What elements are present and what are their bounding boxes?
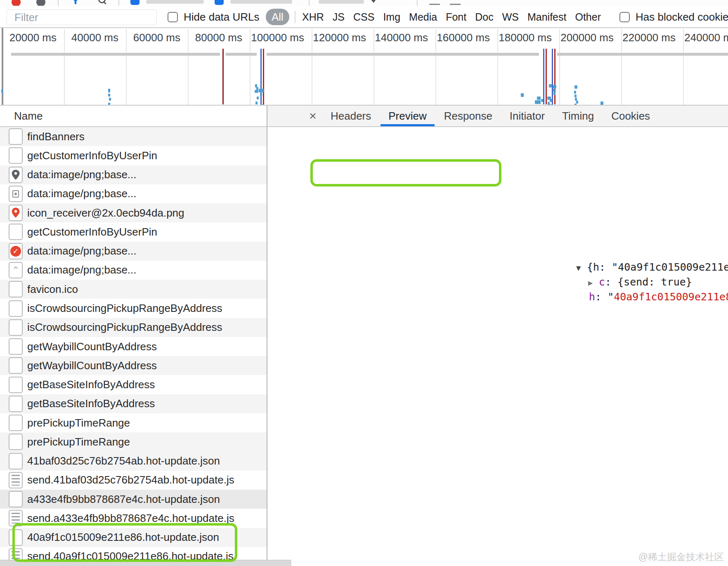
- table-row[interactable]: isCrowdsourcingPickupRangeByAddress: [0, 318, 267, 337]
- timeline-event-line: [552, 49, 553, 104]
- filter-type-manifest[interactable]: Manifest: [527, 11, 566, 23]
- request-mark: [537, 97, 541, 100]
- preview-node-c[interactable]: ▶c: {send: true}: [588, 275, 692, 290]
- request-name: getWaybillCountByAddress: [27, 340, 157, 353]
- request-mark: [109, 98, 111, 101]
- table-row[interactable]: favicon.ico: [0, 280, 267, 299]
- table-row[interactable]: data:image/png;base...: [0, 184, 267, 203]
- search-icon[interactable]: [103, 1, 106, 4]
- request-mark: [553, 85, 556, 88]
- request-name: icon_receiver@2x.0ecb94da.png: [27, 207, 184, 219]
- timeline-event-line: [543, 49, 544, 104]
- tab-initiator[interactable]: Initiator: [501, 106, 553, 126]
- table-row[interactable]: prePickupTimeRange: [0, 432, 267, 451]
- ruler-tick-label: 160000 ms: [435, 31, 490, 44]
- filter-type-js[interactable]: JS: [333, 11, 345, 23]
- tab-response[interactable]: Response: [435, 106, 501, 126]
- table-row[interactable]: findBanners: [0, 127, 267, 146]
- tab-preview[interactable]: Preview: [380, 106, 435, 126]
- table-row[interactable]: a433e4fb9bb878687e4c.hot-update.json: [0, 490, 267, 509]
- table-row[interactable]: send.a433e4fb9bb878687e4c.hot-update.js: [0, 509, 267, 528]
- ruler-tick-label: 140000 ms: [373, 31, 428, 44]
- doc-icon: [9, 434, 23, 450]
- table-row[interactable]: isCrowdsourcingPickupRangeByAddress: [0, 299, 267, 318]
- filter-type-img[interactable]: Img: [383, 11, 400, 23]
- table-row[interactable]: ✓data:image/png;base...: [0, 242, 267, 261]
- timeline-band-segment: [557, 53, 728, 56]
- table-row[interactable]: getBaseSiteInfoByAddress: [0, 394, 267, 413]
- export-har-icon[interactable]: [450, 0, 461, 5]
- network-overview-timeline[interactable]: 20000 ms40000 ms60000 ms80000 ms100000 m…: [0, 28, 728, 106]
- has-blocked-cookies-checkbox[interactable]: [619, 12, 630, 22]
- filter-type-xhr[interactable]: XHR: [302, 11, 324, 23]
- table-row[interactable]: icon_receiver@2x.0ecb94da.png: [0, 203, 267, 222]
- property-key: c: [599, 276, 605, 288]
- name-column-header[interactable]: Name: [0, 106, 267, 127]
- request-name: send.a433e4fb9bb878687e4c.hot-update.js: [27, 512, 234, 525]
- collapse-triangle-icon[interactable]: ▼: [576, 260, 587, 275]
- table-row[interactable]: prePickupTimeRange: [0, 413, 267, 432]
- filter-type-media[interactable]: Media: [409, 11, 437, 23]
- horizontal-scrollbar[interactable]: [0, 560, 291, 566]
- table-row[interactable]: data:image/png;base...: [0, 165, 267, 184]
- doc-icon: [9, 281, 23, 297]
- property-key: h: [589, 291, 595, 303]
- import-har-icon[interactable]: [429, 0, 440, 5]
- request-mark: [108, 94, 110, 97]
- image-pin-red-icon: [9, 205, 23, 221]
- property-colon: : ": [595, 291, 614, 303]
- doc-icon: [9, 415, 23, 431]
- table-row[interactable]: getWaybillCountByAddress: [0, 337, 267, 356]
- filter-type-font[interactable]: Font: [446, 11, 466, 23]
- table-row[interactable]: getBaseSiteInfoByAddress: [0, 375, 267, 394]
- filter-type-doc[interactable]: Doc: [475, 11, 493, 23]
- preview-root-node[interactable]: ▼{h: "40a9f1c015009e211e86", c: {send: t…: [576, 260, 728, 275]
- close-icon[interactable]: ×: [304, 106, 322, 126]
- request-mark: [108, 103, 110, 106]
- tab-headers[interactable]: Headers: [322, 106, 380, 126]
- toolbar-text: [230, 0, 292, 4]
- filter-icon[interactable]: [71, 0, 80, 4]
- table-row[interactable]: 40a9f1c015009e211e86.hot-update.json: [0, 528, 267, 547]
- request-name: send.41baf03d25c76b2754ab.hot-update.js: [27, 474, 234, 486]
- disable-cache-checkbox[interactable]: [215, 0, 224, 5]
- table-row[interactable]: ⌃data:image/png;base...: [0, 261, 267, 280]
- chevron-down-icon[interactable]: [371, 0, 376, 3]
- table-row[interactable]: send.41baf03d25c76b2754ab.hot-update.js: [0, 471, 267, 490]
- hide-data-urls-option[interactable]: Hide data URLs: [168, 6, 260, 28]
- preview-pane: ▼{h: "40a9f1c015009e211e86", c: {send: t…: [267, 127, 728, 566]
- request-name: 40a9f1c015009e211e86.hot-update.json: [27, 531, 219, 544]
- filter-type-ws[interactable]: WS: [502, 11, 519, 23]
- table-row[interactable]: 41baf03d25c76b2754ab.hot-update.json: [0, 452, 267, 471]
- filter-type-css[interactable]: CSS: [353, 11, 374, 23]
- request-mark: [574, 91, 576, 94]
- filter-type-other[interactable]: Other: [575, 11, 601, 23]
- request-mark: [521, 93, 524, 97]
- filter-input[interactable]: [7, 9, 157, 25]
- table-row[interactable]: getWaybillCountByAddress: [0, 356, 267, 375]
- doc-icon: [9, 147, 23, 164]
- tab-cookies[interactable]: Cookies: [603, 106, 659, 126]
- preserve-log-checkbox[interactable]: [130, 0, 139, 5]
- doc-icon: [9, 357, 23, 374]
- table-row[interactable]: getCustomerInfoByUserPin: [0, 146, 267, 165]
- doc-icon: [9, 491, 23, 507]
- ruler-tick-label: 180000 ms: [497, 31, 552, 44]
- record-icon[interactable]: [12, 0, 21, 6]
- expand-triangle-icon[interactable]: ▶: [588, 275, 599, 290]
- has-blocked-cookies-label: Has blocked cookies: [636, 11, 728, 24]
- preview-node-h[interactable]: h: "40a9f1c015009e211e86": [589, 290, 728, 304]
- request-name: getCustomerInfoByUserPin: [27, 226, 157, 238]
- clear-icon[interactable]: [36, 0, 45, 6]
- doc-icon: [9, 338, 23, 355]
- timeline-event-line: [546, 49, 547, 104]
- devtools-network-panel: Hide data URLs All XHRJSCSSImgMediaFontD…: [0, 0, 728, 566]
- filter-all-pill[interactable]: All: [266, 9, 289, 25]
- request-name: getWaybillCountByAddress: [27, 359, 157, 372]
- tab-timing[interactable]: Timing: [553, 106, 603, 126]
- has-blocked-cookies-option[interactable]: Has blocked cookies: [619, 6, 728, 28]
- hide-data-urls-checkbox[interactable]: [168, 12, 178, 22]
- table-row[interactable]: getCustomerInfoByUserPin: [0, 222, 267, 241]
- request-name: data:image/png;base...: [27, 245, 137, 257]
- request-mark: [257, 97, 259, 99]
